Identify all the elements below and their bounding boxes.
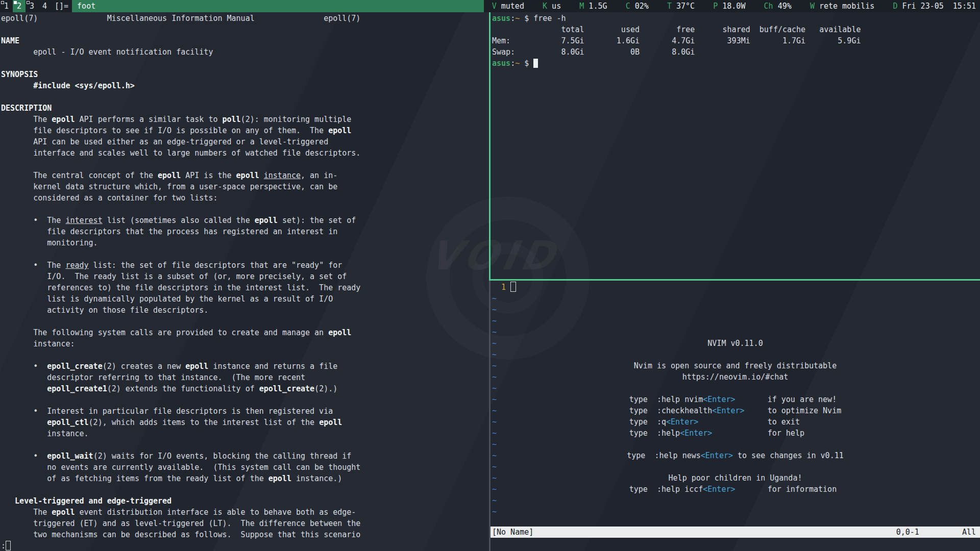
text-line: Swap: 8.0Gi 0B 8.0Gi bbox=[492, 46, 980, 58]
man-page-content: epoll(7) Miscellaneous Information Manua… bbox=[1, 13, 489, 540]
cursor-position: 0,0-1 bbox=[896, 527, 919, 538]
tilde-row: ~ bbox=[492, 428, 980, 439]
tilde-row: ~ bbox=[492, 416, 980, 428]
tilde-row: ~ bbox=[492, 383, 980, 394]
tilde-row: ~ bbox=[492, 450, 980, 461]
tilde-row: ~ bbox=[492, 506, 980, 517]
text-line: • The ready list: the set of file descri… bbox=[1, 260, 489, 271]
text-line: references to) the file descriptors in t… bbox=[1, 282, 489, 293]
text-line: two mechanisms can be described as follo… bbox=[1, 529, 489, 540]
tilde-row: ~ bbox=[492, 338, 980, 349]
text-line: SYNOPSIS bbox=[1, 69, 489, 80]
tilde-row: ~ bbox=[492, 394, 980, 405]
text-line bbox=[1, 439, 489, 450]
text-line: • epoll_create(2) creates a new epoll in… bbox=[1, 361, 489, 372]
text-line: #include <sys/epoll.h> bbox=[1, 80, 489, 91]
text-line: The epoll event distribution interface i… bbox=[1, 507, 489, 518]
text-line bbox=[1, 91, 489, 103]
text-line: Level-triggered and edge-triggered bbox=[1, 495, 489, 507]
text-line: instance. bbox=[1, 428, 489, 439]
text-line: The epoll API performs a similar task to… bbox=[1, 114, 489, 125]
tilde-row: ~ bbox=[492, 461, 980, 472]
tilde-row: ~ bbox=[492, 472, 980, 484]
focused-pane-border-left bbox=[489, 12, 491, 279]
buffer-name: [No Name] bbox=[492, 527, 533, 538]
man-page-terminal[interactable]: epoll(7) Miscellaneous Information Manua… bbox=[0, 12, 489, 551]
prompt-line-active: asus:~ $ bbox=[492, 58, 980, 69]
text-line bbox=[1, 58, 489, 69]
free-output: total used free shared buff/cache availa… bbox=[492, 24, 980, 58]
tilde-row: ~ bbox=[492, 495, 980, 506]
nvim-cursor bbox=[510, 282, 516, 292]
text-line: considered as a container for two lists: bbox=[1, 192, 489, 204]
tilde-row: ~ bbox=[492, 484, 980, 495]
pager-prompt: : bbox=[1, 541, 6, 550]
tilde-row: ~ bbox=[492, 371, 980, 383]
tilde-row: ~ bbox=[492, 360, 980, 371]
status-bar: 1234 []= foot V muted K us M 1.5G C 02% … bbox=[0, 0, 980, 12]
terminal-cursor bbox=[533, 59, 538, 68]
text-line bbox=[1, 316, 489, 327]
workspace-tag-2[interactable]: 2 bbox=[13, 0, 26, 12]
text-line bbox=[1, 349, 489, 361]
text-line bbox=[1, 484, 489, 495]
nvim-statusline: [No Name] 0,0-1 All bbox=[491, 527, 980, 538]
unfocused-pane-border bbox=[489, 281, 491, 551]
nvim-line-1: 1 bbox=[492, 282, 980, 293]
layout-symbol[interactable]: []= bbox=[51, 0, 72, 12]
tilde-column: ~~~~~~~~~~~~~~~~~~~~ bbox=[492, 293, 980, 517]
text-line: total used free shared buff/cache availa… bbox=[492, 24, 980, 35]
window-title: foot bbox=[72, 0, 484, 12]
text-line: The central concept of the epoll API is … bbox=[1, 170, 489, 181]
text-line bbox=[1, 248, 489, 260]
text-line: instance: bbox=[1, 338, 489, 349]
tilde-row: ~ bbox=[492, 315, 980, 327]
text-line: monitoring. bbox=[1, 237, 489, 248]
tag-occupied-indicator bbox=[27, 1, 30, 4]
tilde-row: ~ bbox=[492, 349, 980, 360]
nvim-editor[interactable]: 1 ~~~~~~~~~~~~~~~~~~~~ NVIM v0.11.0Nvim … bbox=[491, 281, 980, 551]
text-line: epoll_ctl(2), which adds items to the in… bbox=[1, 417, 489, 428]
scroll-position: All bbox=[962, 527, 976, 538]
focused-pane-border-bottom bbox=[489, 279, 980, 281]
text-line: Mem: 7.5Gi 1.6Gi 4.7Gi 393Mi 1.7Gi 5.9Gi bbox=[492, 35, 980, 46]
text-line: • Interest in particular file descriptor… bbox=[1, 406, 489, 417]
text-line: file descriptors to see if I/O is possib… bbox=[1, 125, 489, 136]
text-line: epoll - I/O event notification facility bbox=[1, 46, 489, 58]
text-line: descriptor referring to that instance. (… bbox=[1, 372, 489, 383]
tilde-row: ~ bbox=[492, 439, 980, 450]
text-line: The following system calls are provided … bbox=[1, 327, 489, 338]
text-line: no events are currently available. (This… bbox=[1, 462, 489, 473]
tag-occupied-indicator bbox=[14, 1, 17, 4]
text-line: file descriptors that the process has re… bbox=[1, 226, 489, 237]
text-line: • The interest list (sometimes also call… bbox=[1, 215, 489, 226]
text-line: I/O. The ready list is a subset of (or, … bbox=[1, 271, 489, 282]
text-line bbox=[1, 394, 489, 406]
workspace-tag-1[interactable]: 1 bbox=[0, 0, 13, 12]
shell-prompt: asus:~ $ bbox=[492, 59, 533, 68]
text-line: interface and scales well to large numbe… bbox=[1, 147, 489, 159]
pager-prompt-line: : bbox=[1, 540, 489, 551]
workspace-tags: 1234 bbox=[0, 0, 51, 12]
tilde-row: ~ bbox=[492, 405, 980, 416]
text-line: • epoll_wait(2) waits for I/O events, bl… bbox=[1, 450, 489, 462]
tilde-row: ~ bbox=[492, 304, 980, 315]
workspace-tag-3[interactable]: 3 bbox=[26, 0, 38, 12]
shell-terminal[interactable]: asus:~ $ free -h total used free shared … bbox=[491, 12, 980, 279]
prompt-line: asus:~ $ free -h bbox=[492, 13, 980, 24]
text-line: kernel data structure which, from a user… bbox=[1, 181, 489, 192]
text-line: epoll_create1(2) extends the functionali… bbox=[1, 383, 489, 394]
text-line bbox=[1, 24, 489, 35]
text-line bbox=[1, 204, 489, 215]
text-line: activity on those file descriptors. bbox=[1, 305, 489, 316]
line-number: 1 bbox=[492, 283, 510, 292]
text-line: epoll(7) Miscellaneous Information Manua… bbox=[1, 13, 489, 24]
pager-cursor bbox=[6, 541, 11, 550]
text-line: API can be used either as an edge-trigge… bbox=[1, 136, 489, 147]
text-line: DESCRIPTION bbox=[1, 103, 489, 114]
text-line bbox=[1, 159, 489, 170]
workspace-tag-4[interactable]: 4 bbox=[38, 0, 51, 12]
text-line: of as fetching items from the ready list… bbox=[1, 473, 489, 484]
tilde-row: ~ bbox=[492, 327, 980, 338]
text-line: triggered (ET) and as level-triggered (L… bbox=[1, 518, 489, 529]
